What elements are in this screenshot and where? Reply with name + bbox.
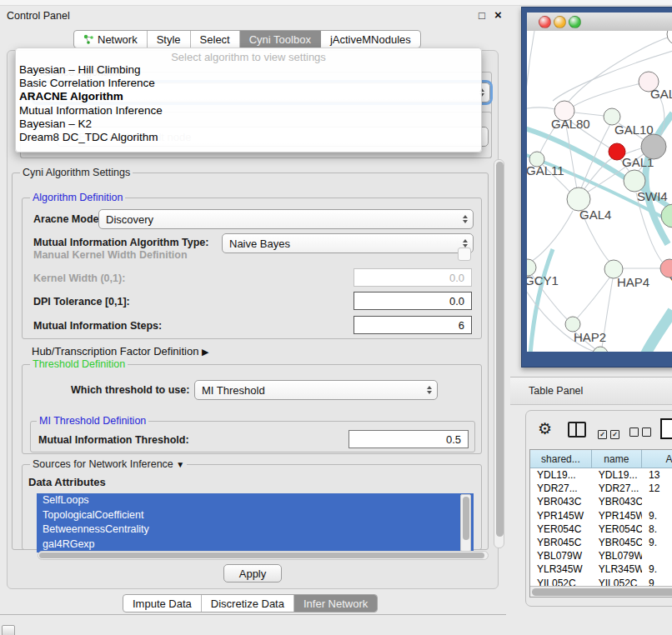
attribute-item[interactable]: SelfLoops [37, 493, 474, 508]
table-row[interactable]: YBL079WYBL079W [530, 549, 672, 562]
unchecked-boxes-icon[interactable] [629, 425, 654, 440]
network-edge[interactable] [577, 277, 610, 318]
network-node-label: GAL80 [551, 117, 590, 131]
hub-definition-label: Hub/Transcription Factor Definition [32, 345, 198, 358]
table-column-header[interactable]: name [592, 450, 642, 468]
algorithm-list-item[interactable]: Dream8 DC_TDC Algorithm [16, 131, 481, 144]
table-column-header[interactable]: shared... [530, 450, 592, 468]
network-node[interactable] [667, 31, 672, 45]
checked-boxes-icon[interactable]: ✓✓ [598, 425, 623, 440]
network-canvas[interactable]: GALGAL80GAL10GAL1SWI4GAL4GAL11GCY1HAP4YH… [527, 31, 672, 352]
network-node-label: GAL [650, 87, 672, 101]
network-view-window[interactable]: GALGAL80GAL10GAL1SWI4GAL4GAL11GCY1HAP4YH… [521, 7, 672, 368]
network-edge[interactable] [624, 148, 642, 154]
table-hscrollbar[interactable] [530, 586, 672, 597]
table-row[interactable]: YER054CYER054C8. [530, 522, 672, 536]
sources-group-title[interactable]: Sources for Network Inference ▼ [30, 458, 187, 470]
apply-button[interactable]: Apply [223, 564, 282, 582]
tab-style-label: Style [157, 33, 181, 46]
attributes-scrollbar-thumb[interactable] [463, 497, 469, 540]
table-row[interactable]: YDR27...YDR27...12 [530, 482, 672, 495]
aracne-mode-combo[interactable]: Discovery [98, 209, 474, 229]
settings-hscrollbar-thumb[interactable] [39, 552, 484, 558]
network-edge[interactable] [527, 31, 534, 260]
hub-definition-expander[interactable]: Hub/Transcription Factor Definition ▶ [32, 345, 208, 358]
algorithm-list-item[interactable]: ARACNE Algorithm [16, 90, 481, 103]
close-traffic-light-icon[interactable] [539, 16, 551, 28]
settings-hscrollbar[interactable] [38, 551, 489, 560]
table-row[interactable]: YLR345WYLR345W9. [530, 562, 672, 576]
tab-network[interactable]: Network [74, 31, 148, 48]
attributes-scrollbar[interactable] [460, 494, 471, 552]
control-panel-title: Control Panel [7, 10, 70, 22]
mi-type-combo[interactable]: Naive Bayes [222, 233, 474, 253]
algorithm-list-item[interactable]: Bayesian – Hill Climbing [16, 63, 481, 77]
mi-threshold-field[interactable]: 0.5 [349, 430, 469, 448]
table-row[interactable]: YDL19...YDL19...13 [530, 468, 672, 482]
table-cell: 8. [642, 522, 672, 536]
tab-impute-data[interactable]: Impute Data [123, 595, 202, 612]
mi-steps-field[interactable]: 6 [354, 316, 472, 334]
algorithm-list-item[interactable]: Mutual Information Inference [16, 104, 481, 118]
network-icon [83, 34, 94, 45]
network-window-titlebar[interactable] [527, 12, 672, 32]
combo-stepper-icon [463, 215, 468, 223]
data-attributes-label: Data Attributes [28, 476, 106, 488]
tab-jactivemnodules[interactable]: jActiveMNodules [321, 31, 420, 48]
tab-jactivemnodules-label: jActiveMNodules [330, 33, 411, 46]
table-hscrollbar-thumb[interactable] [532, 588, 672, 596]
algorithm-list-item[interactable]: Bayesian – K2 [16, 118, 481, 131]
kernel-width-field[interactable]: 0.0 [354, 268, 472, 287]
network-node[interactable] [661, 204, 672, 228]
minimized-panel-icon[interactable] [2, 625, 15, 635]
gear-icon[interactable]: ⚙ [538, 419, 552, 438]
dpi-tolerance-field[interactable]: 0.0 [354, 292, 472, 310]
settings-vscrollbar-thumb[interactable] [496, 162, 504, 537]
network-edge[interactable] [645, 311, 672, 352]
network-edge[interactable] [565, 121, 577, 189]
minimize-traffic-light-icon[interactable] [554, 16, 566, 28]
combo-stepper-icon [427, 386, 432, 394]
network-edge[interactable] [527, 108, 555, 109]
table-cell: YBR043C [530, 495, 592, 508]
network-node[interactable] [593, 347, 608, 352]
table-column-header[interactable]: A [642, 450, 672, 468]
tab-select[interactable]: Select [191, 31, 240, 48]
network-node-label: GCY1 [527, 273, 559, 288]
settings-vscrollbar[interactable] [494, 159, 504, 548]
which-threshold-combo[interactable]: MI Threshold [194, 380, 438, 400]
tab-style[interactable]: Style [148, 31, 191, 48]
tab-discretize-data[interactable]: Discretize Data [202, 595, 294, 612]
algorithm-list-item[interactable]: Basic Correlation Inference [16, 77, 481, 90]
table-cell: 9 [642, 577, 672, 587]
expander-down-icon[interactable]: ▼ [176, 460, 184, 469]
tab-discretize-data-label: Discretize Data [211, 598, 284, 610]
tab-infer-network[interactable]: Infer Network [294, 595, 377, 612]
columns-icon[interactable] [568, 422, 586, 438]
table-row[interactable]: YIL052CYIL052C9 [530, 577, 672, 587]
page-icon[interactable] [660, 418, 672, 439]
table-row[interactable]: YBR045CYBR045C9. [530, 536, 672, 549]
attribute-item[interactable]: TopologicalCoefficient [37, 508, 474, 523]
data-attributes-list[interactable]: SelfLoopsTopologicalCoefficientBetweenne… [37, 493, 474, 552]
float-window-icon[interactable]: □ [479, 9, 485, 22]
table-cell: YIL052C [592, 577, 642, 587]
attribute-item[interactable]: gal4RGexp [37, 538, 474, 552]
cyni-mode-tabbar: Impute Data Discretize Data Infer Networ… [123, 594, 378, 612]
table-cell: YPR145W [592, 509, 642, 522]
network-node[interactable] [641, 134, 666, 159]
attribute-item[interactable]: BetweennessCentrality [37, 522, 474, 538]
mi-type-value: Naive Bayes [229, 238, 290, 250]
close-icon[interactable]: × [494, 8, 502, 22]
table-row[interactable]: YBR043CYBR043C [530, 495, 672, 508]
manual-kernel-checkbox[interactable] [458, 248, 471, 261]
network-edge[interactable] [573, 82, 650, 107]
zoom-traffic-light-icon[interactable] [569, 16, 581, 28]
network-edge[interactable] [574, 112, 604, 116]
table-row[interactable]: YPR145WYPR145W9. [530, 509, 672, 522]
network-node-label: GAL4 [579, 208, 611, 222]
expander-right-icon[interactable]: ▶ [202, 347, 208, 358]
table-cell: YER054C [592, 522, 642, 536]
sources-title-label: Sources for Network Inference [33, 458, 173, 470]
tab-cyni-toolbox[interactable]: Cyni Toolbox [240, 31, 321, 48]
